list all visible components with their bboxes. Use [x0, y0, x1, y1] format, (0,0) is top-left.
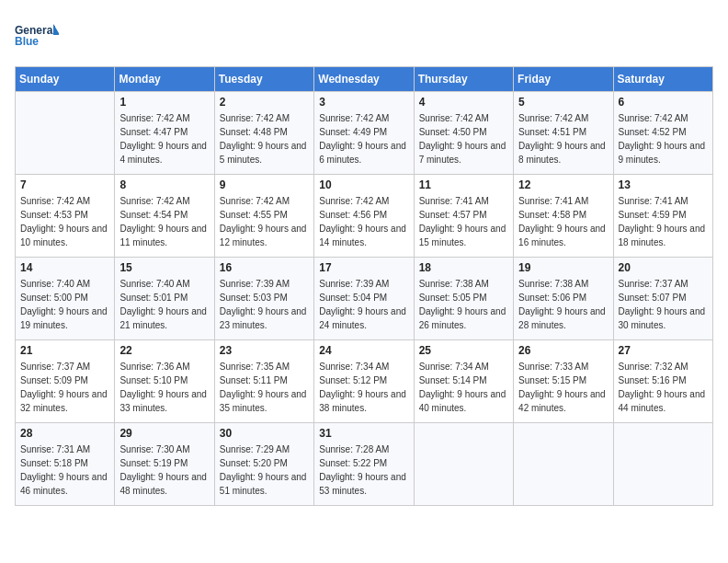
sunrise-text: Sunrise: 7:34 AM — [419, 360, 508, 373]
day-number: 23 — [220, 344, 309, 357]
daylight-text: Daylight: 9 hours and 9 minutes. — [619, 139, 708, 167]
calendar-day-cell: 11Sunrise: 7:41 AMSunset: 4:57 PMDayligh… — [414, 175, 513, 258]
calendar-week-row: 7Sunrise: 7:42 AMSunset: 4:53 PMDaylight… — [16, 175, 713, 258]
sunrise-text: Sunrise: 7:33 AM — [518, 360, 608, 373]
weekday-header: Tuesday — [214, 67, 313, 92]
day-number: 30 — [220, 427, 309, 440]
day-number: 2 — [220, 96, 309, 109]
sunrise-text: Sunrise: 7:39 AM — [220, 277, 309, 291]
day-number: 10 — [319, 178, 408, 191]
sunrise-text: Sunrise: 7:40 AM — [119, 277, 209, 291]
day-info: Sunrise: 7:42 AMSunset: 4:52 PMDaylight:… — [619, 111, 708, 167]
day-number: 27 — [619, 344, 708, 357]
calendar-day-cell: 7Sunrise: 7:42 AMSunset: 4:53 PMDaylight… — [16, 175, 115, 258]
sunrise-text: Sunrise: 7:41 AM — [518, 194, 608, 208]
day-info: Sunrise: 7:35 AMSunset: 5:11 PMDaylight:… — [220, 360, 309, 415]
day-number: 5 — [518, 96, 608, 109]
day-number: 16 — [220, 261, 309, 274]
calendar-day-cell: 3Sunrise: 7:42 AMSunset: 4:49 PMDaylight… — [314, 92, 414, 175]
sunset-text: Sunset: 5:16 PM — [619, 373, 708, 387]
day-info: Sunrise: 7:30 AMSunset: 5:19 PMDaylight:… — [119, 442, 209, 498]
calendar-day-cell: 8Sunrise: 7:42 AMSunset: 4:54 PMDaylight… — [115, 175, 214, 258]
day-info: Sunrise: 7:28 AMSunset: 5:22 PMDaylight:… — [319, 442, 408, 498]
calendar-table: SundayMondayTuesdayWednesdayThursdayFrid… — [15, 66, 713, 506]
sunset-text: Sunset: 5:01 PM — [119, 291, 209, 304]
logo: General Blue — [15, 15, 59, 55]
daylight-text: Daylight: 9 hours and 42 minutes. — [518, 387, 608, 415]
logo-svg: General Blue — [15, 15, 59, 55]
day-number: 12 — [518, 178, 608, 191]
calendar-day-cell: 25Sunrise: 7:34 AMSunset: 5:14 PMDayligh… — [414, 340, 513, 423]
day-info: Sunrise: 7:39 AMSunset: 5:04 PMDaylight:… — [319, 277, 408, 332]
calendar-day-cell: 30Sunrise: 7:29 AMSunset: 5:20 PMDayligh… — [214, 423, 313, 506]
daylight-text: Daylight: 9 hours and 12 minutes. — [220, 222, 309, 249]
daylight-text: Daylight: 9 hours and 33 minutes. — [119, 387, 209, 415]
sunrise-text: Sunrise: 7:35 AM — [220, 360, 309, 373]
daylight-text: Daylight: 9 hours and 8 minutes. — [518, 139, 608, 167]
calendar-day-cell: 12Sunrise: 7:41 AMSunset: 4:58 PMDayligh… — [514, 175, 613, 258]
day-number: 28 — [20, 427, 109, 440]
day-number: 20 — [619, 261, 708, 274]
sunset-text: Sunset: 5:19 PM — [119, 456, 209, 470]
calendar-day-cell — [613, 423, 712, 506]
calendar-day-cell: 31Sunrise: 7:28 AMSunset: 5:22 PMDayligh… — [314, 423, 414, 506]
calendar-week-row: 1Sunrise: 7:42 AMSunset: 4:47 PMDaylight… — [16, 92, 713, 175]
sunrise-text: Sunrise: 7:42 AM — [119, 111, 209, 125]
daylight-text: Daylight: 9 hours and 51 minutes. — [220, 470, 309, 498]
day-info: Sunrise: 7:42 AMSunset: 4:49 PMDaylight:… — [319, 111, 408, 167]
day-info: Sunrise: 7:38 AMSunset: 5:05 PMDaylight:… — [419, 277, 508, 332]
day-number: 18 — [419, 261, 508, 274]
daylight-text: Daylight: 9 hours and 16 minutes. — [518, 222, 608, 249]
day-number: 9 — [220, 178, 309, 191]
daylight-text: Daylight: 9 hours and 5 minutes. — [220, 139, 309, 167]
calendar-day-cell: 9Sunrise: 7:42 AMSunset: 4:55 PMDaylight… — [214, 175, 313, 258]
calendar-day-cell: 4Sunrise: 7:42 AMSunset: 4:50 PMDaylight… — [414, 92, 513, 175]
page-header: General Blue — [15, 15, 713, 55]
sunrise-text: Sunrise: 7:42 AM — [619, 111, 708, 125]
sunset-text: Sunset: 5:11 PM — [220, 373, 309, 387]
day-info: Sunrise: 7:40 AMSunset: 5:00 PMDaylight:… — [20, 277, 109, 332]
sunset-text: Sunset: 5:10 PM — [119, 373, 209, 387]
daylight-text: Daylight: 9 hours and 15 minutes. — [419, 222, 508, 249]
calendar-day-cell: 15Sunrise: 7:40 AMSunset: 5:01 PMDayligh… — [115, 258, 214, 340]
calendar-day-cell: 5Sunrise: 7:42 AMSunset: 4:51 PMDaylight… — [514, 92, 613, 175]
calendar-day-cell: 6Sunrise: 7:42 AMSunset: 4:52 PMDaylight… — [613, 92, 712, 175]
day-number: 19 — [518, 261, 608, 274]
day-info: Sunrise: 7:31 AMSunset: 5:18 PMDaylight:… — [20, 442, 109, 498]
day-info: Sunrise: 7:32 AMSunset: 5:16 PMDaylight:… — [619, 360, 708, 415]
day-info: Sunrise: 7:41 AMSunset: 4:58 PMDaylight:… — [518, 194, 608, 249]
daylight-text: Daylight: 9 hours and 23 minutes. — [220, 304, 309, 332]
daylight-text: Daylight: 9 hours and 38 minutes. — [319, 387, 408, 415]
sunrise-text: Sunrise: 7:42 AM — [319, 111, 408, 125]
calendar-day-cell: 21Sunrise: 7:37 AMSunset: 5:09 PMDayligh… — [16, 340, 115, 423]
calendar-week-row: 21Sunrise: 7:37 AMSunset: 5:09 PMDayligh… — [16, 340, 713, 423]
sunset-text: Sunset: 4:49 PM — [319, 125, 408, 139]
daylight-text: Daylight: 9 hours and 18 minutes. — [619, 222, 708, 249]
daylight-text: Daylight: 9 hours and 35 minutes. — [220, 387, 309, 415]
calendar-day-cell: 17Sunrise: 7:39 AMSunset: 5:04 PMDayligh… — [314, 258, 414, 340]
daylight-text: Daylight: 9 hours and 11 minutes. — [119, 222, 209, 249]
day-number: 13 — [619, 178, 708, 191]
day-number: 21 — [20, 344, 109, 357]
day-number: 22 — [119, 344, 209, 357]
calendar-day-cell: 23Sunrise: 7:35 AMSunset: 5:11 PMDayligh… — [214, 340, 313, 423]
daylight-text: Daylight: 9 hours and 4 minutes. — [119, 139, 209, 167]
day-info: Sunrise: 7:34 AMSunset: 5:14 PMDaylight:… — [419, 360, 508, 415]
sunrise-text: Sunrise: 7:38 AM — [419, 277, 508, 291]
daylight-text: Daylight: 9 hours and 10 minutes. — [20, 222, 109, 249]
day-info: Sunrise: 7:36 AMSunset: 5:10 PMDaylight:… — [119, 360, 209, 415]
calendar-day-cell: 20Sunrise: 7:37 AMSunset: 5:07 PMDayligh… — [613, 258, 712, 340]
sunrise-text: Sunrise: 7:37 AM — [20, 360, 109, 373]
day-number: 25 — [419, 344, 508, 357]
day-info: Sunrise: 7:29 AMSunset: 5:20 PMDaylight:… — [220, 442, 309, 498]
day-info: Sunrise: 7:37 AMSunset: 5:07 PMDaylight:… — [619, 277, 708, 332]
day-info: Sunrise: 7:42 AMSunset: 4:53 PMDaylight:… — [20, 194, 109, 249]
day-info: Sunrise: 7:42 AMSunset: 4:50 PMDaylight:… — [419, 111, 508, 167]
day-number: 3 — [319, 96, 408, 109]
daylight-text: Daylight: 9 hours and 46 minutes. — [20, 470, 109, 498]
day-info: Sunrise: 7:42 AMSunset: 4:47 PMDaylight:… — [119, 111, 209, 167]
sunset-text: Sunset: 5:04 PM — [319, 291, 408, 304]
calendar-day-cell: 10Sunrise: 7:42 AMSunset: 4:56 PMDayligh… — [314, 175, 414, 258]
calendar-day-cell: 14Sunrise: 7:40 AMSunset: 5:00 PMDayligh… — [16, 258, 115, 340]
day-info: Sunrise: 7:39 AMSunset: 5:03 PMDaylight:… — [220, 277, 309, 332]
